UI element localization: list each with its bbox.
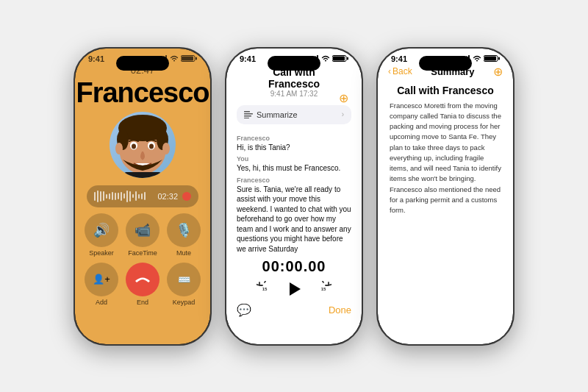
wifi-icon-2 [321, 55, 330, 62]
svg-rect-6 [196, 57, 197, 60]
call-bottom-row: 👤+ Add End ⌨️ Keypad [84, 263, 201, 306]
playback-section: 00:00.00 15 [226, 258, 362, 300]
recording-bar: 02:32 [87, 185, 198, 207]
svg-point-16 [132, 143, 136, 149]
svg-rect-24 [333, 57, 345, 61]
svg-rect-25 [347, 57, 348, 60]
svg-rect-5 [182, 57, 193, 61]
battery-icon-1 [181, 55, 197, 62]
call-controls: 🔊 Speaker 📹 FaceTime 🎙️ Mute [84, 213, 201, 257]
svg-rect-26 [244, 111, 250, 113]
record-dot [182, 192, 191, 201]
wifi-icon-3 [473, 55, 481, 62]
end-call-icon [135, 276, 151, 283]
message-0: Francesco Hi, is this Tania? [237, 135, 351, 153]
avatar-container [75, 112, 210, 178]
summary-content: Call with Francesco Francesco Moretti fr… [378, 83, 513, 225]
svg-rect-18 [124, 172, 161, 178]
mute-button[interactable]: 🎙️ Mute [166, 213, 201, 257]
svg-marker-30 [290, 282, 301, 296]
playback-controls: 15 15 [237, 278, 351, 300]
transcript-messages: Francesco Hi, is this Tania? You Yes, hi… [226, 127, 362, 254]
transcript-footer: 💬 Done [226, 300, 362, 326]
time-2: 9:41 [240, 54, 256, 63]
message-2: Francesco Sure is. Tania, we're all read… [237, 177, 351, 254]
done-button[interactable]: Done [329, 304, 351, 316]
avatar [110, 112, 176, 178]
summary-body: Francesco Moretti from the moving compan… [390, 101, 501, 216]
keypad-button[interactable]: ⌨️ Keypad [166, 263, 201, 306]
add-button[interactable]: 👤+ Add [84, 263, 119, 306]
svg-point-13 [162, 143, 170, 154]
battery-icon-2 [332, 55, 348, 62]
back-chevron-icon: ‹ [388, 66, 391, 76]
waveform [94, 190, 153, 203]
time-3: 9:41 [391, 54, 407, 63]
transcript-options-icon[interactable]: ⊕ [339, 91, 348, 105]
phone-1: 9:41 02:47 [74, 47, 212, 346]
svg-point-12 [115, 143, 123, 154]
svg-rect-28 [244, 115, 251, 117]
playback-time: 00:00.00 [237, 258, 351, 275]
back-button[interactable]: ‹ Back [388, 66, 412, 76]
phone-3: 9:41 [376, 47, 514, 346]
caller-name: Francesco [75, 77, 210, 109]
skip-back-button[interactable]: 15 [257, 281, 273, 297]
recording-time: 02:32 [157, 192, 178, 201]
summarize-chevron: › [342, 110, 344, 118]
dynamic-island-1 [116, 56, 169, 71]
battery-icon-3 [484, 55, 500, 62]
svg-rect-27 [244, 113, 253, 115]
facetime-button[interactable]: 📹 FaceTime [125, 213, 160, 257]
summary-title: Call with Francesco [390, 85, 501, 96]
summarize-icon [244, 111, 253, 118]
play-button[interactable] [283, 278, 305, 300]
play-icon [284, 279, 304, 299]
share-icon[interactable]: ⊕ [493, 65, 503, 79]
memoji-svg [110, 112, 176, 178]
svg-rect-36 [484, 57, 496, 61]
chat-icon[interactable]: 💬 [237, 303, 251, 317]
phone-2: 9:41 [225, 47, 363, 346]
wifi-icon-1 [170, 55, 179, 62]
svg-rect-37 [498, 57, 500, 60]
dynamic-island-2 [268, 56, 320, 71]
summarize-button[interactable]: Summarize › [237, 105, 351, 124]
time-1: 9:41 [88, 54, 104, 63]
end-call-button[interactable]: End [125, 263, 160, 306]
speaker-button[interactable]: 🔊 Speaker [84, 213, 119, 257]
skip-forward-button[interactable]: 15 [315, 281, 331, 297]
message-1: You Yes, hi, this must be Francesco. [237, 155, 351, 174]
dynamic-island-3 [419, 56, 472, 71]
summarize-label: Summarize [257, 110, 298, 119]
svg-point-17 [149, 143, 154, 149]
svg-rect-29 [244, 118, 249, 118]
transcript-subtitle: 9:41 AM 17:32 [248, 90, 340, 98]
